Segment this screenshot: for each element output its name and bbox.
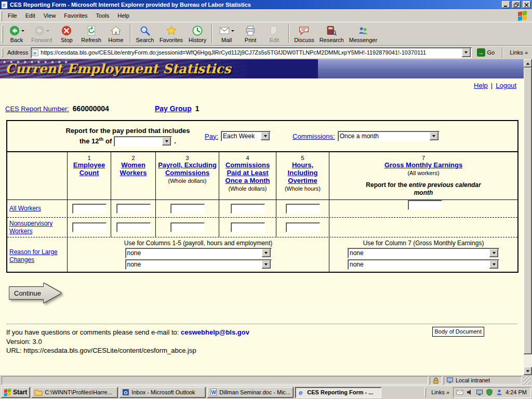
task-button-ces-form[interactable]: e CES Reporting Form - ... [295,387,381,398]
all-workers-gross-earnings-input[interactable] [408,200,442,210]
pay-group-link[interactable]: Pay Group [155,104,192,113]
top-nav: Help | Logout [0,78,524,92]
print-button[interactable]: Print [238,23,262,45]
resize-grip[interactable] [523,376,530,384]
pay-period-date-select[interactable] [114,136,172,147]
arrow-down-icon [526,370,529,372]
page-title: Current Employment Statistics [0,61,231,76]
women-workers-link[interactable]: Women Workers [112,162,154,177]
scrollbar-track[interactable] [524,68,532,367]
tray-antivirus-icon[interactable] [486,389,493,396]
task-button-outlook[interactable]: O Inbox - Microsoft Outlook [119,387,206,398]
pay-period-section: Report for the pay period that includes … [7,121,517,152]
logout-link[interactable]: Logout [496,82,516,89]
commissions-paid-link[interactable]: Commissions Paid at Least Once a Month [220,162,275,185]
discuss-button[interactable]: Discuss [291,23,317,45]
reason-left-caption: Use for Columns 1-5 (payroll, hours and … [124,240,272,247]
scrollbar-thumb[interactable] [524,68,532,354]
minimize-button[interactable] [502,1,510,8]
scroll-up-button[interactable] [524,59,532,68]
reason-col7-select-2[interactable]: none [348,259,499,270]
all-workers-commissions-input[interactable] [231,204,265,214]
refresh-button[interactable]: Refresh [78,23,104,45]
reason-cols1-5-select-1[interactable]: none [125,248,272,258]
toolbar-grip[interactable] [424,388,426,397]
payroll-link[interactable]: Payroll, Excluding Commissions [157,162,218,177]
tray-volume-icon[interactable] [466,389,473,396]
menu-help[interactable]: Help [113,10,134,21]
close-button[interactable] [523,1,531,8]
toolbar-grip[interactable] [1,10,2,20]
chevron-down-icon [262,260,271,269]
taskbar-links-toolbar[interactable]: Links » [429,389,451,395]
go-button[interactable]: → Go [474,47,498,58]
research-button[interactable]: Research [317,23,347,45]
stop-button[interactable]: Stop [55,23,78,45]
home-button[interactable]: Home [104,23,128,45]
history-button[interactable]: History [185,23,209,45]
toolbar-grip[interactable] [2,48,3,57]
help-link[interactable]: Help [474,82,488,89]
address-input[interactable]: e https://cesdata.bls.gov/CESLite/entryF… [31,47,471,58]
ces-report-number-link[interactable]: CES Report Number: [5,105,69,113]
column-header: 2 Women Workers [111,152,156,200]
nonsupervisory-workers-link[interactable]: Nonsupervisory Workers [9,220,67,235]
menu-edit[interactable]: Edit [21,10,39,21]
hours-link[interactable]: Hours, Including Overtime [277,162,328,185]
tray-network-icon[interactable] [476,389,483,396]
scroll-down-button[interactable] [524,367,532,375]
all-workers-women-workers-input[interactable] [116,204,151,214]
nonsupervisory-hours-input[interactable] [286,222,320,232]
pay-link[interactable]: Pay: [205,132,218,140]
menu-file[interactable]: File [4,10,21,21]
links-toolbar[interactable]: Links » [508,49,530,56]
svg-text:e: e [299,389,302,396]
toolbar-separator [502,47,503,58]
windows-logo-icon [512,10,532,21]
chevron-down-icon [262,249,271,257]
messenger-button[interactable]: Messenger [347,23,380,45]
address-dropdown-button[interactable] [462,48,471,57]
contact-email-link[interactable]: ceswebhelp@bls.gov [181,328,249,336]
nonsupervisory-payroll-input[interactable] [170,222,205,232]
pay-frequency-select[interactable]: Each Week [221,131,271,141]
all-workers-hours-input[interactable] [286,204,320,214]
menu-favorites[interactable]: Favorites [60,10,91,21]
commissions-link[interactable]: Commissions: [292,132,335,140]
favorites-button[interactable]: Favorites [157,23,185,45]
reason-cols1-5-select-2[interactable]: none [125,259,272,270]
column-header: 1 Employee Count [68,152,111,200]
task-button-folder[interactable]: C:\WINNT\Profiles\Harre... [32,387,118,398]
all-workers-link[interactable]: All Workers [9,205,41,212]
chevron-down-icon [21,30,24,32]
taskbar-clock[interactable]: 4:24 PM [506,389,527,395]
employee-count-link[interactable]: Employee Count [69,162,110,177]
tray-messenger-icon[interactable] [496,389,503,396]
continue-button[interactable]: Continue [9,283,61,303]
menu-tools[interactable]: Tools [92,10,114,21]
all-workers-employee-count-input[interactable] [72,204,107,214]
svg-text:e: e [3,2,6,8]
task-button-word[interactable]: W Dillman Seminar.doc - Mic... [207,387,294,398]
nonsupervisory-women-workers-input[interactable] [116,222,151,232]
print-icon [245,25,256,36]
edit-button[interactable]: Edit [262,23,286,45]
nonsupervisory-commissions-input[interactable] [231,222,265,232]
menu-view[interactable]: View [39,10,60,21]
reason-for-large-changes-link[interactable]: Reason for Large Changes [9,248,66,263]
ie-document-icon: e [1,1,8,9]
search-button[interactable]: Search [133,23,157,45]
forward-button[interactable]: Forward [29,23,55,45]
toolbar-grip[interactable] [2,25,3,43]
start-button[interactable]: Start [1,387,30,398]
commissions-frequency-select[interactable]: Once a month [338,131,440,141]
back-button[interactable]: Back [5,23,29,45]
gross-monthly-earnings-link[interactable]: Gross Monthly Earnings [384,162,462,169]
tray-mail-icon[interactable] [456,389,463,396]
nonsupervisory-employee-count-input[interactable] [72,222,107,232]
browser-viewport: ★★★★★★★★★★ Current Employment Statistics… [0,59,532,375]
mail-button[interactable]: Mail [215,23,238,45]
reason-col7-select-1[interactable]: none [348,248,499,258]
restore-button[interactable] [512,1,521,8]
all-workers-payroll-input[interactable] [170,204,205,214]
